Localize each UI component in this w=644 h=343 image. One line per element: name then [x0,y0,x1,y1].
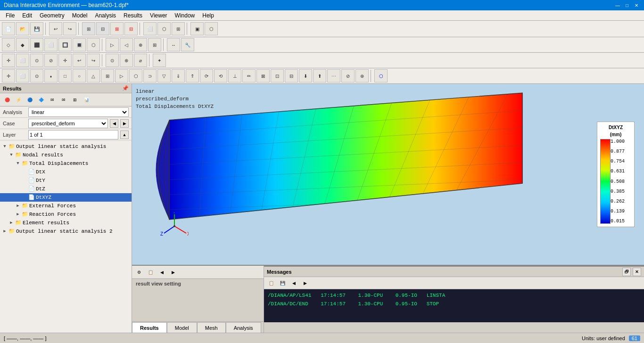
viewport[interactable]: linear prescribed_deform Total Displacem… [132,84,644,265]
tb2-13[interactable]: 🔧 [181,38,194,51]
tb4-16[interactable]: ⟲ [214,69,227,82]
tree-total-disp[interactable]: ▼ 📁 Total Displacements [0,159,132,168]
tb4-7[interactable]: △ [87,69,100,82]
case-next-btn[interactable]: ▶ [120,119,129,128]
tb4-5[interactable]: □ [58,69,72,82]
tb4-3[interactable]: ⊙ [30,69,43,82]
panel-tb-chart[interactable]: 📊 [81,95,91,105]
tree-output2[interactable]: ▶ 📁 Output linear static analysis 2 [0,227,132,236]
tree-dtx[interactable]: 📄 DtX [0,168,132,176]
tb-view2[interactable]: ⬡ [157,22,171,35]
tab-analysis[interactable]: Analysis [226,322,261,333]
tb3-9[interactable]: ⊕ [120,54,133,67]
tb-mesh1[interactable]: ⊞ [82,22,95,35]
layer-spin-up[interactable]: ▲ [120,131,129,139]
tb2-1[interactable]: ◇ [2,38,15,51]
tb4-10[interactable]: ⬡ [129,69,142,82]
case-prev-btn[interactable]: ◀ [110,119,118,128]
tb2-8[interactable]: ▷ [106,38,119,51]
tb2-9[interactable]: ◁ [120,38,133,51]
menu-analysis[interactable]: Analysis [91,10,120,21]
tb3-6[interactable]: ↩ [73,54,86,67]
tb2-2[interactable]: ◆ [16,38,29,51]
tb4-27[interactable]: ⬡ [374,69,388,82]
tb4-20[interactable]: ⊡ [271,69,284,82]
settings-tb-4[interactable]: ▶ [168,267,178,278]
panel-tb-5[interactable]: ✉ [58,95,69,105]
tb2-5[interactable]: 🔲 [58,38,72,51]
tb3-8[interactable]: ⊙ [106,54,119,67]
tb4-11[interactable]: ⊃ [143,69,157,82]
tree-dtz[interactable]: 📄 DtZ [0,185,132,193]
msg-tb-prev[interactable]: ◀ [289,278,299,288]
tree-dtxyz[interactable]: 📄 DtXYZ [0,193,132,202]
tb-mesh4[interactable]: ⊟ [124,22,138,35]
tb4-24[interactable]: ⋯ [327,69,340,82]
tb-redo[interactable]: ↪ [63,22,76,35]
tb3-3[interactable]: ⊙ [30,54,43,67]
tb4-26[interactable]: ⊛ [355,69,369,82]
tb4-15[interactable]: ⟳ [200,69,213,82]
msg-tb-2[interactable]: 💾 [277,278,288,288]
panel-tb-1[interactable]: 🔴 [2,95,12,105]
tb-undo[interactable]: ↩ [49,22,62,35]
tb2-7[interactable]: ⬡ [87,38,100,51]
tb2-4[interactable]: ⬜ [44,38,58,51]
tb2-12[interactable]: ↔ [167,38,180,51]
tb4-17[interactable]: ⊥ [228,69,241,82]
tb-mesh3[interactable]: ⊞ [110,22,124,35]
tb-view1[interactable]: ⬜ [143,22,157,35]
messages-close[interactable]: ✕ [633,268,641,276]
tab-mesh[interactable]: Mesh [197,322,226,333]
tb2-11[interactable]: ⊞ [148,38,161,51]
maximize-button[interactable]: □ [623,1,631,9]
tree-nodal[interactable]: ▼ 📁 Nodal results [0,151,132,159]
tb3-11[interactable]: ✦ [153,54,166,67]
tree-dty[interactable]: 📄 DtY [0,176,132,185]
tab-results[interactable]: Results [132,322,167,333]
tb4-13[interactable]: ⇓ [172,69,185,82]
close-button[interactable]: ✕ [633,1,640,9]
tb4-25[interactable]: ⊘ [341,69,355,82]
panel-tb-2[interactable]: 🔵 [25,95,35,105]
tb2-10[interactable]: ⊕ [134,38,147,51]
tb4-2[interactable]: ⬜ [16,69,29,82]
tb3-1[interactable]: ✛ [2,54,15,67]
tree-output1[interactable]: ▼ 📁 Output linear static analysis [0,142,132,151]
tree-ext-forces[interactable]: ▶ 📁 External Forces [0,202,132,210]
panel-tb-table[interactable]: ⊞ [70,95,80,105]
panel-tb-4[interactable]: ✉ [47,95,58,105]
panel-tb-filter[interactable]: ⚡ [13,95,24,105]
panel-tb-3[interactable]: 🔷 [36,95,46,105]
menu-help[interactable]: Help [198,10,218,21]
tree-reaction-forces[interactable]: ▶ 📁 Reaction Forces [0,210,132,219]
menu-edit[interactable]: Edit [18,10,36,21]
menu-window[interactable]: Window [171,10,199,21]
tb2-3[interactable]: ⬛ [30,38,43,51]
tb4-12[interactable]: ▽ [157,69,171,82]
tb3-2[interactable]: ⬜ [16,54,29,67]
tb4-22[interactable]: ⬇ [299,69,312,82]
panel-pin-icon[interactable]: 📌 [122,85,129,91]
tb3-5[interactable]: ✛ [58,54,72,67]
tb-select1[interactable]: ▣ [190,22,204,35]
messages-restore[interactable]: 🗗 [622,268,631,276]
tb3-10[interactable]: ⌀ [134,54,147,67]
tb4-14[interactable]: ⇑ [186,69,199,82]
tb-view3[interactable]: ⊞ [172,22,185,35]
minimize-button[interactable]: — [614,1,621,9]
menu-file[interactable]: File [2,10,18,21]
msg-tb-1[interactable]: 📋 [266,278,276,288]
tb-new[interactable]: 📄 [2,22,15,35]
menu-results[interactable]: Results [120,10,146,21]
case-select[interactable]: prescribed_deform [28,119,108,128]
settings-tb-2[interactable]: 📋 [145,267,156,278]
menu-model[interactable]: Model [68,10,91,21]
tb4-9[interactable]: ▷ [115,69,128,82]
tb4-6[interactable]: ○ [73,69,86,82]
analysis-select[interactable]: linear [28,107,129,117]
menu-geometry[interactable]: Geometry [36,10,68,21]
tb4-18[interactable]: ✏ [242,69,256,82]
tb4-21[interactable]: ⊟ [285,69,298,82]
tb4-1[interactable]: ✛ [2,69,15,82]
